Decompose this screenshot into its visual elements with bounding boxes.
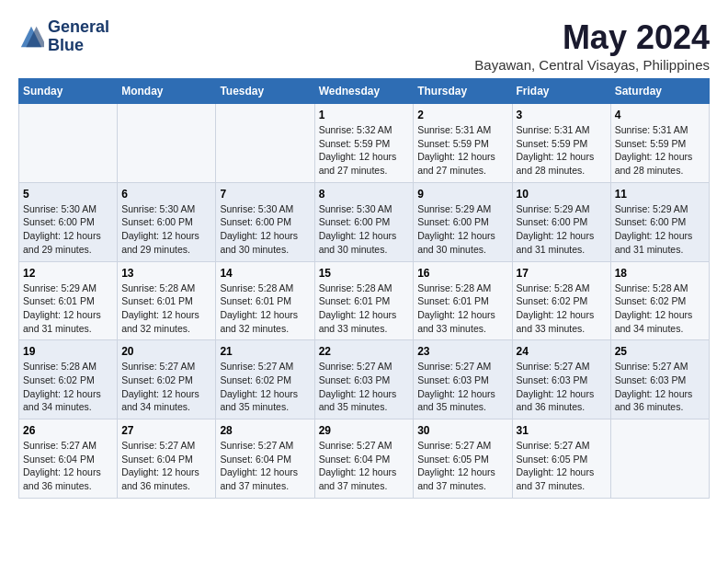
- day-number: 6: [121, 188, 211, 201]
- calendar-header-row: SundayMondayTuesdayWednesdayThursdayFrid…: [19, 79, 710, 104]
- day-info: Sunrise: 5:27 AM Sunset: 6:04 PM Dayligh…: [319, 439, 410, 493]
- month-title: May 2024: [474, 18, 710, 57]
- logo-line2: Blue: [48, 37, 109, 55]
- day-info: Sunrise: 5:27 AM Sunset: 6:04 PM Dayligh…: [220, 439, 310, 493]
- day-number: 10: [517, 188, 607, 201]
- col-header-tuesday: Tuesday: [216, 79, 314, 104]
- calendar-week-row: 5 Sunrise: 5:30 AM Sunset: 6:00 PM Dayli…: [19, 182, 710, 261]
- calendar-table: SundayMondayTuesdayWednesdayThursdayFrid…: [18, 78, 710, 499]
- day-number: 3: [517, 109, 607, 121]
- day-number: 11: [615, 188, 705, 201]
- day-number: 21: [220, 345, 310, 358]
- day-number: 8: [319, 188, 410, 201]
- day-info: Sunrise: 5:29 AM Sunset: 6:01 PM Dayligh…: [23, 282, 113, 336]
- day-number: 9: [417, 188, 507, 201]
- day-info: Sunrise: 5:27 AM Sunset: 6:05 PM Dayligh…: [417, 439, 507, 493]
- calendar-cell: 26 Sunrise: 5:27 AM Sunset: 6:04 PM Dayl…: [19, 419, 118, 499]
- day-number: 7: [220, 188, 310, 201]
- day-number: 23: [417, 345, 507, 358]
- day-info: Sunrise: 5:30 AM Sunset: 6:00 PM Dayligh…: [220, 202, 310, 257]
- calendar-cell: 22 Sunrise: 5:27 AM Sunset: 6:03 PM Dayl…: [314, 340, 414, 419]
- calendar-cell: [216, 104, 314, 183]
- calendar-cell: 15 Sunrise: 5:28 AM Sunset: 6:01 PM Dayl…: [314, 261, 414, 340]
- day-number: 15: [319, 267, 410, 280]
- day-number: 28: [220, 424, 310, 437]
- calendar-cell: 25 Sunrise: 5:27 AM Sunset: 6:03 PM Dayl…: [610, 340, 709, 419]
- calendar-cell: 11 Sunrise: 5:29 AM Sunset: 6:00 PM Dayl…: [610, 182, 709, 261]
- day-number: 16: [417, 267, 507, 280]
- day-number: 4: [615, 109, 705, 121]
- col-header-monday: Monday: [118, 79, 216, 104]
- day-info: Sunrise: 5:28 AM Sunset: 6:01 PM Dayligh…: [319, 282, 410, 336]
- calendar-cell: 1 Sunrise: 5:32 AM Sunset: 5:59 PM Dayli…: [314, 104, 414, 183]
- day-info: Sunrise: 5:30 AM Sunset: 6:00 PM Dayligh…: [23, 202, 113, 257]
- day-info: Sunrise: 5:30 AM Sunset: 6:00 PM Dayligh…: [319, 202, 410, 257]
- col-header-wednesday: Wednesday: [314, 79, 414, 104]
- calendar-cell: 14 Sunrise: 5:28 AM Sunset: 6:01 PM Dayl…: [216, 261, 314, 340]
- day-info: Sunrise: 5:28 AM Sunset: 6:01 PM Dayligh…: [121, 282, 211, 336]
- calendar-cell: 28 Sunrise: 5:27 AM Sunset: 6:04 PM Dayl…: [216, 419, 314, 499]
- logo-icon: [18, 24, 44, 50]
- calendar-cell: 5 Sunrise: 5:30 AM Sunset: 6:00 PM Dayli…: [19, 182, 118, 261]
- logo-line1: General: [48, 18, 109, 37]
- day-info: Sunrise: 5:29 AM Sunset: 6:00 PM Dayligh…: [615, 202, 705, 257]
- page-header: General Blue May 2024 Bayawan, Central V…: [18, 18, 710, 73]
- day-number: 27: [121, 424, 211, 437]
- col-header-thursday: Thursday: [414, 79, 512, 104]
- title-block: May 2024 Bayawan, Central Visayas, Phili…: [474, 18, 710, 73]
- location: Bayawan, Central Visayas, Philippines: [474, 57, 710, 73]
- day-info: Sunrise: 5:28 AM Sunset: 6:01 PM Dayligh…: [417, 282, 507, 336]
- calendar-cell: 4 Sunrise: 5:31 AM Sunset: 5:59 PM Dayli…: [610, 104, 709, 183]
- calendar-week-row: 19 Sunrise: 5:28 AM Sunset: 6:02 PM Dayl…: [19, 340, 710, 419]
- day-number: 2: [417, 109, 507, 121]
- day-info: Sunrise: 5:27 AM Sunset: 6:05 PM Dayligh…: [517, 439, 607, 493]
- calendar-cell: 23 Sunrise: 5:27 AM Sunset: 6:03 PM Dayl…: [414, 340, 512, 419]
- day-info: Sunrise: 5:31 AM Sunset: 5:59 PM Dayligh…: [417, 123, 507, 178]
- day-info: Sunrise: 5:31 AM Sunset: 5:59 PM Dayligh…: [517, 123, 607, 178]
- day-info: Sunrise: 5:31 AM Sunset: 5:59 PM Dayligh…: [615, 123, 705, 178]
- day-number: 29: [319, 424, 410, 437]
- col-header-sunday: Sunday: [19, 79, 118, 104]
- calendar-cell: [610, 419, 709, 499]
- day-info: Sunrise: 5:27 AM Sunset: 6:03 PM Dayligh…: [517, 360, 607, 414]
- day-number: 13: [121, 267, 211, 280]
- day-info: Sunrise: 5:28 AM Sunset: 6:02 PM Dayligh…: [517, 282, 607, 336]
- day-number: 24: [517, 345, 607, 358]
- calendar-cell: 17 Sunrise: 5:28 AM Sunset: 6:02 PM Dayl…: [512, 261, 610, 340]
- calendar-cell: 19 Sunrise: 5:28 AM Sunset: 6:02 PM Dayl…: [19, 340, 118, 419]
- day-number: 26: [23, 424, 113, 437]
- day-info: Sunrise: 5:30 AM Sunset: 6:00 PM Dayligh…: [121, 202, 211, 257]
- calendar-week-row: 12 Sunrise: 5:29 AM Sunset: 6:01 PM Dayl…: [19, 261, 710, 340]
- calendar-cell: 12 Sunrise: 5:29 AM Sunset: 6:01 PM Dayl…: [19, 261, 118, 340]
- col-header-friday: Friday: [512, 79, 610, 104]
- calendar-cell: 30 Sunrise: 5:27 AM Sunset: 6:05 PM Dayl…: [414, 419, 512, 499]
- day-info: Sunrise: 5:28 AM Sunset: 6:02 PM Dayligh…: [615, 282, 705, 336]
- calendar-cell: 9 Sunrise: 5:29 AM Sunset: 6:00 PM Dayli…: [414, 182, 512, 261]
- day-number: 20: [121, 345, 211, 358]
- day-number: 1: [319, 109, 410, 121]
- day-number: 14: [220, 267, 310, 280]
- calendar-cell: 31 Sunrise: 5:27 AM Sunset: 6:05 PM Dayl…: [512, 419, 610, 499]
- day-info: Sunrise: 5:27 AM Sunset: 6:02 PM Dayligh…: [121, 360, 211, 414]
- calendar-cell: 16 Sunrise: 5:28 AM Sunset: 6:01 PM Dayl…: [414, 261, 512, 340]
- calendar-cell: [118, 104, 216, 183]
- day-info: Sunrise: 5:27 AM Sunset: 6:03 PM Dayligh…: [615, 360, 705, 414]
- calendar-cell: 3 Sunrise: 5:31 AM Sunset: 5:59 PM Dayli…: [512, 104, 610, 183]
- calendar-cell: 13 Sunrise: 5:28 AM Sunset: 6:01 PM Dayl…: [118, 261, 216, 340]
- day-info: Sunrise: 5:27 AM Sunset: 6:04 PM Dayligh…: [23, 439, 113, 493]
- day-info: Sunrise: 5:29 AM Sunset: 6:00 PM Dayligh…: [517, 202, 607, 257]
- calendar-cell: 8 Sunrise: 5:30 AM Sunset: 6:00 PM Dayli…: [314, 182, 414, 261]
- day-number: 19: [23, 345, 113, 358]
- calendar-cell: 20 Sunrise: 5:27 AM Sunset: 6:02 PM Dayl…: [118, 340, 216, 419]
- calendar-cell: 18 Sunrise: 5:28 AM Sunset: 6:02 PM Dayl…: [610, 261, 709, 340]
- day-number: 25: [615, 345, 705, 358]
- calendar-cell: 29 Sunrise: 5:27 AM Sunset: 6:04 PM Dayl…: [314, 419, 414, 499]
- day-info: Sunrise: 5:27 AM Sunset: 6:03 PM Dayligh…: [319, 360, 410, 414]
- calendar-cell: 27 Sunrise: 5:27 AM Sunset: 6:04 PM Dayl…: [118, 419, 216, 499]
- day-number: 30: [417, 424, 507, 437]
- calendar-week-row: 1 Sunrise: 5:32 AM Sunset: 5:59 PM Dayli…: [19, 104, 710, 183]
- logo: General Blue: [18, 18, 109, 55]
- day-number: 18: [615, 267, 705, 280]
- calendar-cell: 2 Sunrise: 5:31 AM Sunset: 5:59 PM Dayli…: [414, 104, 512, 183]
- day-number: 31: [517, 424, 607, 437]
